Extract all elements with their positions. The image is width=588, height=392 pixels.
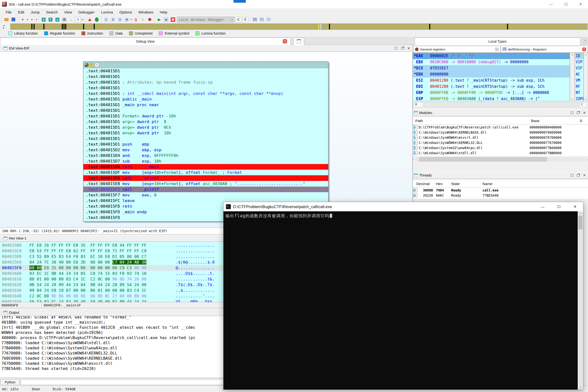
tab-general-registers-close-icon[interactable]: ✕ [495, 48, 499, 51]
maximize-button[interactable] [558, 0, 573, 8]
diamond-icon[interactable] [147, 17, 153, 22]
modules-col-base[interactable]: Base [530, 119, 580, 123]
modules-float-icon[interactable] [577, 112, 579, 114]
text-search-icon[interactable]: A [75, 17, 81, 22]
registers-vscrollbar[interactable]: ∧∨ [570, 53, 575, 101]
disassembly-line[interactable]: .text:004015F7 mov eax, 0 [86, 192, 328, 198]
disassembly-line[interactable]: .text:004015D1 Format= dword ptr -10h [86, 113, 328, 119]
flag-iopl[interactable]: IOPL [575, 96, 583, 101]
navigator-arrows[interactable]: ◄► [1, 23, 7, 30]
jump-forward-dropdown-icon[interactable]: ▾ [36, 18, 37, 21]
jump-back-icon[interactable]: ➤ [20, 17, 26, 22]
register-row[interactable]: ESI 00401280 (.text ! _mainCRTStartup) -… [413, 78, 569, 84]
list1-icon[interactable] [252, 17, 258, 22]
menu-item-help[interactable]: Help [157, 9, 171, 15]
table-row[interactable]: ⊞C:\Windows\SysWOW64\KERNELBASE.dll00000… [413, 130, 588, 135]
threads-col-hex[interactable]: Hex [434, 182, 450, 186]
console-minimize-button[interactable]: — [534, 202, 551, 211]
minimize-button[interactable]: — [544, 0, 558, 8]
scroll-up-icon[interactable]: ∧ [579, 212, 581, 215]
flag-id[interactable]: ID [575, 53, 583, 59]
disassembly-line[interactable]: .text:004015DA call ___main [83, 164, 328, 170]
threads-col-decimal[interactable]: Decimal [413, 182, 434, 186]
flags-vscrollbar[interactable]: ∧∨ [583, 53, 588, 101]
dock-handle[interactable]: ⁞ [1, 47, 2, 50]
struct-c2-icon[interactable]: D [110, 17, 116, 22]
disassembly-line[interactable]: .text:004015D1 push ebp [86, 142, 328, 147]
threads-list[interactable]: ◉309807904Readycall.exe◉26220666CReady77… [413, 188, 588, 199]
disassembly-line[interactable]: .text:004015D1 [86, 68, 328, 74]
flag-nt[interactable]: NT [575, 90, 583, 96]
disassembly-code[interactable]: .text:004015D1 .text:004015D1 .text:0040… [83, 68, 328, 220]
flags-column[interactable]: IDVIPVIFACVMRFNTIOPL [575, 53, 583, 101]
flag-vm[interactable]: VM [575, 78, 583, 84]
menu-item-options[interactable]: Options [116, 9, 135, 15]
register-row[interactable]: EDI 00401280 (.text ! _mainCRTStartup) -… [413, 84, 569, 90]
menu-item-windows[interactable]: Windows [135, 9, 157, 15]
disassembly-line[interactable]: .text:004015D1 ; int __cdecl main(int ar… [86, 91, 328, 96]
disassembly-line[interactable]: .text:004015D1 argc= dword ptr 8 [86, 119, 328, 124]
console-close-button[interactable]: ✕ [567, 202, 583, 211]
menu-item-edit[interactable]: Edit [15, 9, 28, 15]
attach-c1-icon[interactable]: C [236, 17, 241, 22]
list2-icon[interactable] [259, 17, 265, 22]
debugger-start-icon[interactable]: ▶ [156, 17, 162, 22]
threads-col-state[interactable]: State [450, 182, 481, 186]
jump-forward-icon[interactable]: ➤ [29, 17, 35, 22]
disassembly-line[interactable]: .text:004015D1 envp= dword ptr 10h [86, 130, 328, 136]
debugger-pause-icon[interactable]: ▮▮ [163, 17, 169, 22]
table-row[interactable]: ◉26220666CReady77BE5A40 [413, 193, 588, 198]
modules-close-icon[interactable]: ✕ [583, 111, 586, 115]
tab-local-types[interactable]: Local Types [415, 38, 580, 45]
table-row[interactable]: ⊞D:\CTFProblem\BugkuCTF\Reverse\patch_ca… [413, 124, 588, 130]
pie-chart-icon[interactable] [85, 63, 89, 67]
disassembly-line[interactable]: .text:004015EB mov [esp+10h+Format], off… [86, 181, 328, 186]
disassembly-line[interactable]: .text:004015D1 [86, 108, 328, 113]
threads-header[interactable]: Decimal Hex State Name [413, 180, 588, 188]
menu-item-debugger[interactable]: Debugger [75, 9, 98, 15]
tab-dereferencing-registers[interactable]: deREferencing - Registers ✕ [501, 46, 588, 53]
console-scrollbar[interactable]: ∧ ∨ [578, 211, 583, 390]
navigator-track[interactable] [10, 24, 587, 30]
console-maximize-button[interactable] [551, 202, 567, 211]
disassembly-line[interactable]: .text:004015D1 [86, 74, 328, 80]
panel-float-icon[interactable] [401, 47, 404, 50]
panel-close-icon[interactable]: ✕ [407, 46, 410, 50]
menu-item-lumina[interactable]: Lumina [98, 9, 116, 15]
register-row[interactable]: *ECX 07D55EE7 [413, 65, 569, 71]
open-file-button[interactable] [4, 17, 9, 22]
python-selector-button[interactable]: Python [1, 379, 20, 385]
jump-address-icon[interactable]: # [41, 17, 47, 22]
register-row[interactable]: EBP 0060FF08 -> 0060FF80 -> 0060FFDC -> … [413, 90, 569, 96]
debugger-stop-icon[interactable] [170, 17, 176, 22]
lumina-globe-icon[interactable] [94, 17, 100, 22]
dock-handle[interactable]: ⁞ [1, 237, 2, 240]
registers-hscrollbar[interactable]: 0 C [413, 102, 588, 108]
disassembly-line[interactable]: .text:004015E6 call _printf [83, 175, 328, 181]
tab-debug-view[interactable]: Debug View ✕ [0, 38, 291, 45]
scroll-down-icon[interactable]: ∨ [579, 386, 581, 389]
modules-hscrollbar[interactable]: ‹ › [413, 156, 588, 162]
disassembly-line[interactable]: .text:004015D1 argv= dword ptr 0Ch [86, 124, 328, 130]
table-row[interactable]: ⊞C:\Windows\SysWOW64\KERNEL32.DLL0000000… [413, 140, 588, 145]
console-titlebar[interactable]: ▸_ D:\CTFProblem\BugkuCTF\Reverse\patch_… [224, 202, 583, 211]
menu-item-file[interactable]: File [3, 9, 15, 15]
struct-c3-icon[interactable]: O [117, 17, 123, 22]
modules-col-size[interactable]: S [580, 119, 582, 123]
flag-rf[interactable]: RF [575, 84, 583, 90]
struct-c1-icon[interactable]: C [103, 17, 109, 22]
jump-name-icon[interactable]: T [48, 17, 54, 22]
tab-secondary[interactable] [293, 38, 304, 45]
jump-xref-icon[interactable]: x [55, 17, 60, 22]
modules-col-path[interactable]: Path [413, 119, 530, 123]
menu-item-view[interactable]: View [61, 9, 75, 15]
close-button[interactable]: ✕ [573, 0, 588, 8]
attach-c2-icon[interactable]: C̄ [242, 17, 248, 22]
disassembly-line[interactable]: .text:004015D1 [86, 136, 328, 142]
breakpoint-frame-icon[interactable]: [] [133, 17, 139, 22]
console-output[interactable]: 输出flag的函数并没有被调用，你能找到并调用它吗 [224, 211, 578, 390]
scroll-thumb[interactable] [419, 157, 547, 162]
table-row[interactable]: ⊞C:\Windows\SysWOW64\msvcrt.dll000000007… [413, 135, 588, 140]
edit-icon[interactable]: ✎ [90, 63, 94, 67]
modules-maximize-icon[interactable] [570, 112, 573, 114]
